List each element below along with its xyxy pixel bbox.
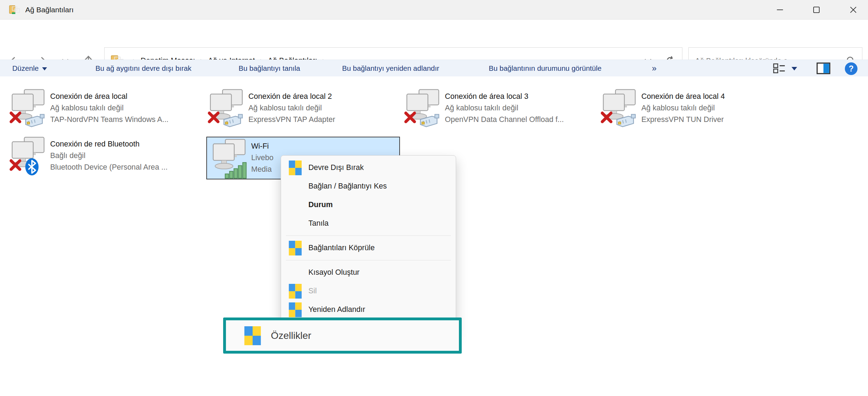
- connection-name: Conexión de red Bluetooth: [50, 138, 168, 150]
- menu-separator: [286, 235, 451, 236]
- menu-item-create-shortcut[interactable]: Kısayol Oluştur: [281, 263, 456, 282]
- wifi-signal-bars-icon: [225, 161, 248, 179]
- menu-separator: [286, 260, 451, 260]
- connection-device: OpenVPN Data Channel Offload f...: [445, 114, 564, 125]
- uac-shield-icon: [289, 240, 303, 256]
- window-title: Ağ Bağlantıları: [25, 0, 74, 20]
- uac-shield-icon: [244, 326, 261, 345]
- menu-item-status[interactable]: Durum: [281, 196, 456, 214]
- chevron-down-icon: [42, 67, 47, 70]
- connection-status: Ağ kablosu takılı değil: [445, 102, 564, 114]
- disable-device-command[interactable]: Bu ağ aygıtını devre dışı bırak: [95, 60, 192, 77]
- connection-item-local-3[interactable]: Conexión de área local 3 Ağ kablosu takı…: [403, 88, 597, 131]
- title-bar: Ağ Bağlantıları: [0, 0, 868, 20]
- bluetooth-adapter-icon: [9, 136, 50, 179]
- connection-device: ExpressVPN TAP Adapter: [248, 114, 335, 125]
- ethernet-adapter-icon: [9, 88, 50, 131]
- bluetooth-icon: [25, 158, 39, 176]
- change-view-button[interactable]: [773, 63, 786, 74]
- connection-item-local-4[interactable]: Conexión de área local 4 Ağ kablosu takı…: [600, 88, 794, 131]
- uac-shield-icon: [289, 284, 303, 299]
- list-view-icon: [773, 63, 786, 74]
- connection-status: Ağ kablosu takılı değil: [641, 102, 725, 114]
- disconnected-x-icon: [9, 158, 22, 172]
- network-connections-window: Ağ Bağlantıları › Denetim Masası › Ağ ve…: [0, 0, 868, 396]
- view-dropdown-icon[interactable]: [792, 67, 797, 70]
- wifi-adapter-icon: [210, 138, 251, 181]
- menu-item-diagnose[interactable]: Tanıla: [281, 214, 456, 233]
- connection-item-local-2[interactable]: Conexión de área local 2 Ağ kablosu takı…: [207, 88, 401, 131]
- maximize-icon: [812, 5, 821, 14]
- menu-item-bridge-connections[interactable]: Bağlantıları Köprüle: [281, 239, 456, 257]
- connection-item-local-1[interactable]: Conexión de área local Ağ kablosu takılı…: [9, 88, 202, 131]
- disconnected-x-icon: [600, 111, 613, 124]
- menu-icon-spacer: [289, 179, 303, 194]
- menu-item-rename[interactable]: Yeniden Adlandır: [281, 300, 456, 319]
- menu-icon-spacer: [289, 265, 303, 280]
- connection-name: Wi-Fi: [251, 140, 273, 152]
- connection-device: ExpressVPN TUN Driver: [641, 114, 725, 125]
- ethernet-plug-icon: [24, 114, 46, 128]
- menu-item-disable[interactable]: Devre Dışı Bırak: [281, 158, 456, 177]
- ethernet-plug-icon: [222, 114, 244, 128]
- uac-shield-icon: [289, 302, 303, 318]
- preview-pane-button[interactable]: [816, 63, 830, 74]
- app-icon: [9, 5, 20, 15]
- menu-item-properties-highlighted[interactable]: Özellikler: [223, 318, 462, 354]
- connection-item-bluetooth[interactable]: Conexión de red Bluetooth Bağlı değil Bl…: [9, 136, 202, 179]
- connection-name: Conexión de área local 2: [248, 90, 335, 102]
- context-menu: Devre Dışı Bırak Bağlan / Bağlantıyı Kes…: [281, 155, 456, 336]
- ethernet-adapter-icon: [207, 88, 248, 131]
- ethernet-plug-icon: [615, 114, 637, 128]
- close-icon: [849, 5, 858, 14]
- connection-device: TAP-NordVPN Teams Windows A...: [50, 114, 168, 125]
- connection-status: Bağlı değil: [50, 150, 168, 162]
- disconnected-x-icon: [9, 111, 22, 124]
- view-status-command[interactable]: Bu bağlantının durumunu görüntüle: [489, 60, 601, 77]
- command-toolbar: Düzenle Bu ağ aygıtını devre dışı bırak …: [0, 60, 868, 76]
- toolbar-overflow-button[interactable]: »: [652, 60, 656, 77]
- close-button[interactable]: [842, 0, 865, 20]
- menu-item-label: Bağlan / Bağlantıyı Kes: [308, 182, 387, 191]
- ethernet-adapter-icon: [403, 88, 445, 131]
- properties-label: Özellikler: [271, 330, 311, 341]
- connection-status: Ağ kablosu takılı değil: [50, 102, 168, 114]
- connection-device: Media: [251, 164, 273, 175]
- connection-device: Bluetooth Device (Personal Area ...: [50, 162, 168, 173]
- diagnose-connection-command[interactable]: Bu bağlantıyı tanıla: [239, 60, 300, 77]
- menu-item-delete: Sil: [281, 282, 456, 300]
- connection-name: Conexión de área local: [50, 90, 168, 102]
- menu-item-label: Devre Dışı Bırak: [308, 163, 364, 172]
- rename-connection-command[interactable]: Bu bağlantıyı yeniden adlandır: [342, 60, 439, 77]
- menu-item-label: Tanıla: [308, 219, 328, 228]
- minimize-button[interactable]: [768, 0, 792, 20]
- menu-item-label: Kısayol Oluştur: [308, 268, 360, 277]
- connection-name: Conexión de área local 3: [445, 90, 564, 102]
- organize-label: Düzenle: [12, 64, 39, 72]
- uac-shield-icon: [289, 160, 303, 176]
- preview-pane-icon: [816, 62, 830, 74]
- minimize-icon: [775, 5, 784, 14]
- menu-item-label: Bağlantıları Köprüle: [308, 244, 375, 252]
- connection-status: Livebo: [251, 152, 273, 164]
- ethernet-plug-icon: [419, 114, 441, 128]
- menu-item-label: Yeniden Adlandır: [308, 305, 365, 314]
- menu-item-label: Sil: [308, 287, 317, 295]
- menu-icon-spacer: [289, 197, 303, 213]
- menu-icon-spacer: [289, 216, 303, 231]
- connection-name: Conexión de área local 4: [641, 90, 725, 102]
- help-button[interactable]: ?: [845, 62, 857, 75]
- menu-item-connect-disconnect[interactable]: Bağlan / Bağlantıyı Kes: [281, 177, 456, 196]
- disconnected-x-icon: [403, 111, 417, 124]
- disconnected-x-icon: [207, 111, 220, 124]
- navigation-bar: › Denetim Masası › Ağ ve Internet › Ağ B…: [0, 20, 868, 60]
- ethernet-adapter-icon: [600, 88, 641, 131]
- menu-item-label: Durum: [308, 200, 333, 209]
- organize-menu-button[interactable]: Düzenle: [12, 60, 47, 77]
- maximize-button[interactable]: [805, 0, 828, 20]
- connection-status: Ağ kablosu takılı değil: [248, 102, 335, 114]
